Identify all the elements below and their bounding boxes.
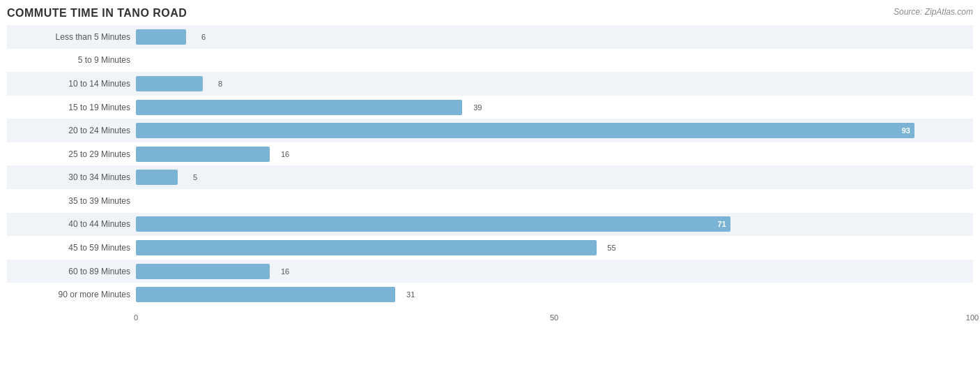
bar-row: 40 to 44 Minutes71 <box>7 213 973 237</box>
bar-value: 93 <box>902 126 910 135</box>
bar-track: 5 <box>136 170 973 185</box>
bar-fill: 16 <box>136 147 270 162</box>
bar-track: 39 <box>136 100 973 115</box>
bar-fill: 31 <box>136 287 395 302</box>
bar-track: 55 <box>136 240 973 255</box>
bar-track: 71 <box>136 216 973 232</box>
source-text: Source: ZipAtlas.com <box>894 7 973 17</box>
bar-value: 16 <box>281 267 289 276</box>
bar-label: 25 to 29 Minutes <box>7 149 136 159</box>
bar-row: 60 to 89 Minutes16 <box>7 260 973 283</box>
bar-value: 31 <box>406 290 415 299</box>
bar-label: 35 to 39 Minutes <box>7 196 136 206</box>
bar-track: 16 <box>136 264 973 279</box>
bar-label: 60 to 89 Minutes <box>7 267 136 276</box>
bar-fill: 5 <box>136 170 178 185</box>
bar-value: 8 <box>218 80 222 88</box>
bar-label: 5 to 9 Minutes <box>7 55 136 65</box>
bar-row: 15 to 19 Minutes39 <box>7 96 973 119</box>
bar-fill: 71 <box>136 216 730 232</box>
axis-label-50: 50 <box>550 313 558 322</box>
bar-label: Less than 5 Minutes <box>7 32 136 42</box>
bar-value: 39 <box>473 103 482 112</box>
bar-row: 10 to 14 Minutes8 <box>7 72 973 96</box>
axis-label-100: 100 <box>966 313 979 322</box>
bar-row: 5 to 9 Minutes <box>7 49 973 73</box>
bar-label: 90 or more Minutes <box>7 290 136 299</box>
bar-fill: 55 <box>136 240 597 255</box>
bar-value: 16 <box>281 150 289 158</box>
chart-title: COMMUTE TIME IN TANO ROAD <box>7 7 973 20</box>
bars-area: Less than 5 Minutes65 to 9 Minutes10 to … <box>7 25 973 306</box>
chart-area: 0 50 100 Less than 5 Minutes65 to 9 Minu… <box>7 25 973 327</box>
bar-row: Less than 5 Minutes6 <box>7 25 973 49</box>
bar-track: 6 <box>136 29 973 45</box>
chart-container: COMMUTE TIME IN TANO ROAD Source: ZipAtl… <box>0 0 980 365</box>
bar-value: 55 <box>607 244 615 252</box>
bar-value: 5 <box>193 173 197 181</box>
bar-row: 25 to 29 Minutes16 <box>7 142 973 166</box>
bar-row: 90 or more Minutes31 <box>7 283 973 306</box>
bar-track: 16 <box>136 147 973 162</box>
bar-fill: 6 <box>136 29 186 45</box>
bar-fill: 93 <box>136 123 914 138</box>
bar-fill: 39 <box>136 100 462 115</box>
bar-label: 15 to 19 Minutes <box>7 103 136 112</box>
bar-track <box>136 193 973 209</box>
bar-label: 20 to 24 Minutes <box>7 126 136 135</box>
bar-label: 45 to 59 Minutes <box>7 243 136 253</box>
bar-label: 40 to 44 Minutes <box>7 219 136 229</box>
bar-row: 30 to 34 Minutes5 <box>7 165 973 189</box>
bar-track: 31 <box>136 287 973 302</box>
bar-fill: 16 <box>136 264 270 279</box>
bar-value: 71 <box>717 220 726 228</box>
bar-fill: 8 <box>136 76 203 91</box>
bar-label: 10 to 14 Minutes <box>7 79 136 89</box>
bar-track <box>136 52 973 68</box>
bar-value: 6 <box>201 33 206 41</box>
bar-track: 93 <box>136 123 973 138</box>
bar-row: 20 to 24 Minutes93 <box>7 119 973 142</box>
axis-label-0: 0 <box>134 313 138 322</box>
bar-row: 35 to 39 Minutes <box>7 189 973 213</box>
bar-label: 30 to 34 Minutes <box>7 172 136 182</box>
bar-row: 45 to 59 Minutes55 <box>7 236 973 260</box>
bar-track: 8 <box>136 76 973 91</box>
